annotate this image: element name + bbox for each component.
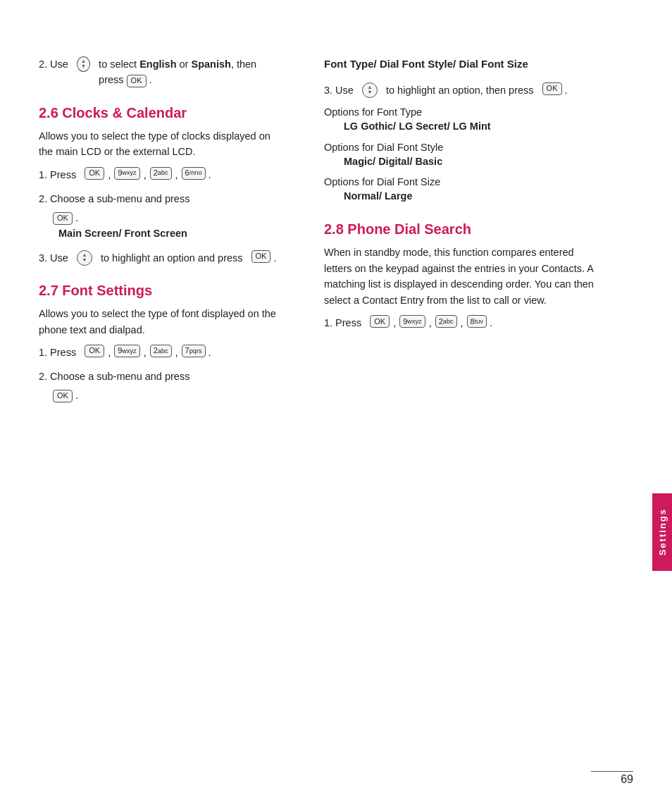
section-27-heading-block: 2.7 Font Settings [39, 283, 282, 299]
option-26-screens: Main Screen/ Front Screen [39, 226, 282, 242]
press-label-26: 1. Press [39, 167, 76, 183]
left-column: 2. Use to select English or Spanish, the… [0, 56, 303, 765]
right-column: Font Type/ Dial Font Style/ Dial Font Si… [303, 56, 641, 765]
opt-dial-size-value: Normal/ Large [324, 189, 602, 204]
step3-right: 3. Use to highlight an option, then pres… [324, 82, 602, 98]
section-28-title: 2.8 Phone Dial Search [324, 221, 602, 238]
key-7pqrs-27: 7 pqrs [182, 345, 206, 357]
opt-dial-style-label: Options for Dial Font Style [324, 142, 602, 153]
opt-font-type-value: LG Gothic/ LG Secret/ LG Mint [324, 119, 602, 135]
section-27-body: Allows you to select the type of font di… [39, 306, 282, 338]
nav-icon-26 [77, 250, 92, 266]
ok-key-27-1: OK [85, 345, 104, 357]
key-2abc-28: 2 abc [435, 315, 457, 328]
ok-btn-1: OK [127, 75, 147, 87]
step2c-label-27: 2. Choose a sub-menu and press [39, 369, 189, 384]
step3-text-26: to highlight an option and press [101, 250, 243, 266]
section-27-title: 2.7 Font Settings [39, 283, 282, 299]
opt-dial-style-value: Magic/ Digital/ Basic [324, 154, 602, 170]
step3r-text: to highlight an option, then press [386, 82, 534, 98]
page-container: 2. Use to select English or Spanish, the… [0, 0, 672, 807]
step2-27: 2. Choose a sub-menu and press OK . [39, 369, 282, 402]
section-28-heading-block: 2.8 Phone Dial Search [324, 221, 602, 238]
ok-key-28-1: OK [370, 315, 390, 328]
section-26-title: 2.6 Clocks & Calendar [39, 105, 282, 121]
opt-dial-size-label: Options for Dial Font Size [324, 176, 602, 187]
step1-28: 1. Press OK , 9 wxyz , 2 abc , 8 tuv . [324, 315, 602, 331]
opt-font-type-label: Options for Font Type [324, 106, 602, 118]
page-number: 69 [621, 773, 633, 786]
step3r-label: 3. Use [324, 82, 354, 98]
key-9wxyz-26: 9 wxyz [114, 167, 139, 180]
step1-27: 1. Press OK , 9 wxyz , 2 abc , 7 pqrs . [39, 345, 282, 360]
step3-26: 3. Use to highlight an option and press … [39, 250, 282, 266]
ok-key-26-1: OK [85, 167, 104, 180]
font-heading: Font Type/ Dial Font Style/ Dial Font Si… [324, 56, 602, 73]
step2b-label-26: 2. Choose a sub-menu and press [39, 191, 189, 207]
nav-icon-right [362, 82, 378, 98]
step2-26: 2. Choose a sub-menu and press OK . Main… [39, 191, 282, 241]
key-6mno-26: 6 mno [182, 167, 206, 180]
section-28-body: When in standby mode, this function comp… [324, 245, 602, 308]
key-9wxyz-28: 9 wxyz [399, 315, 425, 328]
key-8tuv-28: 8 tuv [467, 315, 487, 328]
section-26-body: Allows you to select the type of clocks … [39, 128, 282, 160]
step2-label: 2. Use [39, 56, 68, 72]
step1-26: 1. Press OK , 9 wxyz , 2 abc , 6 mno . [39, 167, 282, 183]
step2-select-language: 2. Use to select English or Spanish, the… [39, 56, 282, 88]
step3-label-26: 3. Use [39, 250, 68, 266]
sidebar-tab-text: Settings [657, 508, 668, 555]
nav-icon-1 [77, 56, 90, 72]
step2-text: to select English or Spanish, then press… [99, 56, 282, 88]
page-divider [591, 771, 633, 772]
ok-key-27-2: OK [53, 390, 73, 402]
sidebar-tab: Settings [652, 493, 672, 571]
key-2abc-26: 2 abc [150, 167, 172, 180]
key-2abc-27: 2 abc [150, 345, 172, 357]
press-label-27: 1. Press [39, 345, 76, 360]
section-26-heading-block: 2.6 Clocks & Calendar [39, 105, 282, 121]
ok-key-26-3: OK [251, 250, 271, 263]
ok-key-26-2: OK [53, 212, 73, 225]
ok-key-right: OK [542, 82, 562, 95]
press-label-28: 1. Press [324, 315, 361, 331]
key-9wxyz-27: 9 wxyz [114, 345, 139, 357]
